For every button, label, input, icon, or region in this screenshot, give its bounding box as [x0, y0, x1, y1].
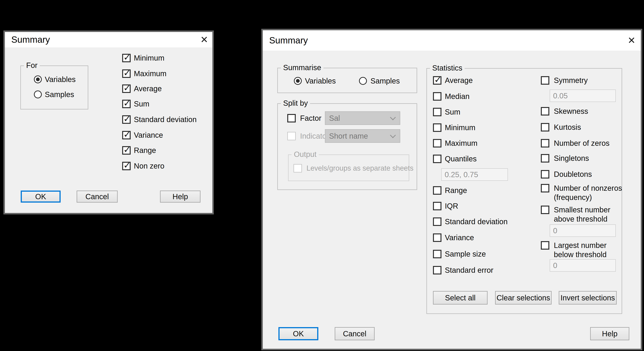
- chevron-down-icon: [390, 132, 396, 138]
- ok-button[interactable]: OK: [278, 327, 318, 340]
- radio-samples-label[interactable]: Samples: [45, 90, 74, 99]
- checkbox-standard-error-label[interactable]: Standard error: [445, 266, 494, 275]
- checkbox-number-of-zeros-label[interactable]: Number of zeros: [554, 139, 610, 147]
- checkbox-factor-label[interactable]: Factor: [300, 114, 321, 122]
- checkbox-largest-below-threshold-label[interactable]: Largest number below threshold: [554, 241, 626, 259]
- radio-variables-label[interactable]: Variables: [305, 77, 336, 85]
- checkbox-range-label[interactable]: Range: [134, 146, 156, 155]
- radio-samples-label[interactable]: Samples: [370, 77, 400, 85]
- checkbox-standard-deviation[interactable]: [433, 217, 442, 226]
- checkbox-sum-label[interactable]: Sum: [445, 108, 460, 116]
- invert-selections-button[interactable]: Invert selections: [559, 291, 617, 305]
- checkbox-number-of-nonzeros[interactable]: [541, 184, 549, 192]
- checkbox-median[interactable]: [433, 92, 442, 101]
- split-by-group-label: Split by: [281, 99, 310, 107]
- ok-button[interactable]: OK: [21, 191, 60, 203]
- indicator-dropdown: Short name: [325, 129, 400, 143]
- cancel-button[interactable]: Cancel: [76, 191, 118, 203]
- checkbox-levels-groups-separate-sheets: [294, 164, 302, 172]
- checkbox-kurtosis[interactable]: [541, 123, 549, 131]
- radio-variables-label[interactable]: Variables: [45, 75, 76, 84]
- checkbox-symmetry-label[interactable]: Symmetry: [554, 76, 588, 85]
- summary-dialog-basic: Summary ✕ For Variables Samples ✓ Minimu…: [4, 30, 214, 214]
- checkbox-quantiles[interactable]: [433, 155, 442, 163]
- checkbox-doubletons-label[interactable]: Doubletons: [554, 170, 592, 179]
- checkbox-minimum[interactable]: ✓: [122, 54, 131, 62]
- checkbox-sample-size-label[interactable]: Sample size: [445, 250, 486, 258]
- checkbox-average-label[interactable]: Average: [134, 84, 162, 93]
- chevron-down-icon: [390, 114, 396, 120]
- checkbox-minimum[interactable]: [433, 123, 442, 132]
- check-icon: ✓: [123, 83, 131, 92]
- checkbox-sum-label[interactable]: Sum: [134, 100, 149, 108]
- checkbox-iqr-label[interactable]: IQR: [445, 202, 458, 210]
- checkbox-range-label[interactable]: Range: [445, 186, 467, 195]
- checkbox-largest-below-threshold[interactable]: [541, 241, 549, 250]
- close-icon[interactable]: ✕: [200, 32, 208, 47]
- checkbox-smallest-above-threshold[interactable]: [541, 206, 549, 214]
- check-icon: ✓: [123, 145, 131, 154]
- checkbox-iqr[interactable]: [433, 202, 442, 210]
- checkbox-factor[interactable]: [287, 114, 296, 122]
- checkbox-range[interactable]: [433, 186, 442, 195]
- checkbox-kurtosis-label[interactable]: Kurtosis: [554, 123, 581, 131]
- checkbox-maximum-label[interactable]: Maximum: [134, 69, 166, 78]
- checkbox-symmetry[interactable]: [541, 76, 549, 85]
- checkbox-average[interactable]: ✓: [433, 76, 442, 85]
- select-all-button[interactable]: Select all: [433, 291, 488, 305]
- checkbox-average-label[interactable]: Average: [445, 76, 473, 85]
- summarise-group: Summarise Variables Samples: [277, 68, 417, 93]
- checkbox-quantiles-label[interactable]: Quantiles: [445, 155, 477, 163]
- checkbox-non-zero-label[interactable]: Non zero: [134, 162, 164, 170]
- checkbox-skewness[interactable]: [541, 107, 549, 115]
- checkbox-sum[interactable]: ✓: [122, 100, 131, 108]
- checkbox-number-of-zeros[interactable]: [541, 139, 549, 147]
- checkbox-maximum-label[interactable]: Maximum: [445, 139, 478, 147]
- checkbox-non-zero[interactable]: ✓: [122, 162, 131, 170]
- output-group-label: Output: [292, 150, 319, 159]
- checkbox-singletons[interactable]: [541, 154, 549, 163]
- checkbox-minimum-label[interactable]: Minimum: [445, 123, 475, 132]
- clear-selections-button[interactable]: Clear selections: [495, 291, 552, 305]
- radio-samples[interactable]: [34, 90, 42, 98]
- checkbox-variance[interactable]: ✓: [122, 131, 131, 139]
- checkbox-standard-deviation-label[interactable]: Standard deviation: [445, 217, 508, 226]
- check-icon: ✓: [434, 75, 442, 84]
- cancel-button[interactable]: Cancel: [335, 327, 374, 340]
- checkbox-doubletons[interactable]: [541, 170, 549, 179]
- statistics-group: Statistics ✓ Average Median Sum Minimum …: [426, 68, 622, 314]
- checkbox-minimum-label[interactable]: Minimum: [134, 54, 164, 62]
- checkbox-standard-deviation-label[interactable]: Standard deviation: [134, 115, 197, 124]
- help-button[interactable]: Help: [160, 191, 200, 203]
- checkbox-maximum[interactable]: [433, 139, 442, 147]
- checkbox-average[interactable]: ✓: [122, 84, 131, 93]
- checkbox-variance[interactable]: [433, 233, 442, 242]
- radio-variables[interactable]: [294, 77, 302, 85]
- radio-variables[interactable]: [34, 75, 42, 83]
- title-bar: Summary ✕: [5, 32, 212, 47]
- summarise-group-label: Summarise: [281, 63, 324, 72]
- checkbox-range[interactable]: ✓: [122, 146, 131, 155]
- checkbox-singletons-label[interactable]: Singletons: [554, 154, 589, 163]
- checkbox-standard-deviation[interactable]: ✓: [122, 115, 131, 124]
- checkbox-skewness-label[interactable]: Skewness: [554, 107, 588, 115]
- help-button[interactable]: Help: [590, 327, 629, 340]
- split-by-group: Split by Factor Sal Indicator Short name…: [277, 103, 417, 190]
- statistics-group-label: Statistics: [430, 64, 464, 72]
- checkbox-median-label[interactable]: Median: [445, 92, 470, 101]
- checkbox-maximum[interactable]: ✓: [122, 69, 131, 78]
- close-icon[interactable]: ✕: [628, 30, 636, 51]
- checkbox-variance-label[interactable]: Variance: [134, 131, 163, 139]
- checkbox-variance-label[interactable]: Variance: [445, 233, 474, 242]
- dialog-title: Summary: [269, 30, 308, 51]
- check-icon: ✓: [123, 99, 131, 108]
- output-group: Output Levels/groups as separate sheets: [288, 154, 409, 181]
- checkbox-sum[interactable]: [433, 108, 442, 116]
- checkbox-smallest-above-threshold-label[interactable]: Smallest number above threshold: [554, 205, 626, 224]
- radio-samples[interactable]: [359, 77, 367, 85]
- checkbox-number-of-nonzeros-label[interactable]: Number of nonzeros (frequency): [554, 184, 626, 202]
- checkbox-standard-error[interactable]: [433, 266, 442, 275]
- checkbox-sample-size[interactable]: [433, 250, 442, 258]
- checkbox-levels-groups-separate-sheets-label: Levels/groups as separate sheets: [306, 164, 414, 172]
- for-group-label: For: [24, 61, 40, 70]
